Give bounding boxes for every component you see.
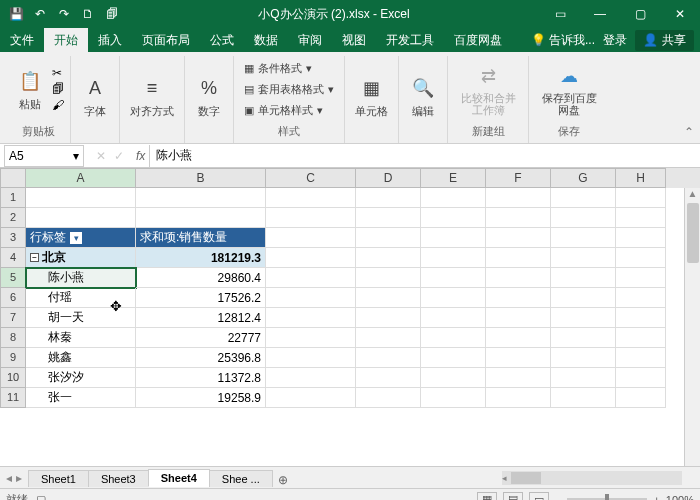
pivot-row-name[interactable]: 胡一天 — [26, 308, 136, 328]
redo-icon[interactable]: ↷ — [54, 4, 74, 24]
cell[interactable] — [616, 228, 666, 248]
cell[interactable] — [551, 308, 616, 328]
name-box[interactable]: A5▾ — [4, 145, 84, 167]
cell[interactable] — [421, 328, 486, 348]
sheet-nav-prev-icon[interactable]: ◂ — [6, 471, 12, 485]
cell[interactable] — [486, 248, 551, 268]
col-header-b[interactable]: B — [136, 168, 266, 188]
col-header-c[interactable]: C — [266, 168, 356, 188]
pivot-row-name[interactable]: 张一 — [26, 388, 136, 408]
cell[interactable] — [421, 228, 486, 248]
cell[interactable] — [266, 348, 356, 368]
close-icon[interactable]: ✕ — [660, 0, 700, 28]
pivot-row-name[interactable]: 陈小燕 — [26, 268, 136, 288]
sheet-nav-next-icon[interactable]: ▸ — [16, 471, 22, 485]
cell[interactable] — [421, 208, 486, 228]
view-page-break-icon[interactable]: ▭ — [529, 492, 549, 501]
cell[interactable] — [356, 208, 421, 228]
tab-view[interactable]: 视图 — [332, 28, 376, 52]
cell[interactable] — [616, 328, 666, 348]
scrollbar-thumb[interactable] — [687, 203, 699, 263]
cell[interactable] — [421, 348, 486, 368]
cell[interactable] — [551, 328, 616, 348]
cell[interactable] — [356, 288, 421, 308]
copy-icon[interactable]: 🗐 — [52, 82, 64, 96]
tab-page-layout[interactable]: 页面布局 — [132, 28, 200, 52]
cell[interactable] — [136, 188, 266, 208]
cell[interactable] — [551, 248, 616, 268]
tab-formulas[interactable]: 公式 — [200, 28, 244, 52]
cell[interactable] — [266, 228, 356, 248]
tab-developer[interactable]: 开发工具 — [376, 28, 444, 52]
col-header-h[interactable]: H — [616, 168, 666, 188]
enter-formula-icon[interactable]: ✓ — [114, 149, 124, 163]
sheet-tab-sheet3[interactable]: Sheet3 — [88, 470, 149, 487]
cell[interactable] — [551, 388, 616, 408]
pivot-row-name[interactable]: 付瑶 — [26, 288, 136, 308]
chevron-down-icon[interactable]: ▾ — [73, 149, 79, 163]
paste-button[interactable]: 📋 粘贴 — [12, 65, 48, 114]
cell[interactable] — [616, 368, 666, 388]
tab-data[interactable]: 数据 — [244, 28, 288, 52]
number-button[interactable]: % 数字 — [191, 72, 227, 121]
format-painter-icon[interactable]: 🖌 — [52, 98, 64, 112]
cancel-formula-icon[interactable]: ✕ — [96, 149, 106, 163]
font-button[interactable]: A 字体 — [77, 72, 113, 121]
tab-review[interactable]: 审阅 — [288, 28, 332, 52]
cell[interactable] — [266, 288, 356, 308]
pivot-row-value[interactable]: 29860.4 — [136, 268, 266, 288]
sheet-tab-sheet4[interactable]: Sheet4 — [148, 469, 210, 487]
row-header[interactable]: 8 — [0, 328, 26, 348]
fx-icon[interactable]: fx — [132, 149, 149, 163]
row-header[interactable]: 5 — [0, 268, 26, 288]
collapse-icon[interactable]: − — [30, 253, 39, 262]
row-header[interactable]: 6 — [0, 288, 26, 308]
cell[interactable] — [266, 208, 356, 228]
vertical-scrollbar[interactable]: ▲ — [684, 188, 700, 466]
cell[interactable] — [356, 328, 421, 348]
cells-button[interactable]: ▦ 单元格 — [351, 72, 392, 121]
row-header[interactable]: 2 — [0, 208, 26, 228]
cell[interactable] — [486, 328, 551, 348]
pivot-row-name[interactable]: 张汐汐 — [26, 368, 136, 388]
login-link[interactable]: 登录 — [603, 32, 627, 49]
minimize-icon[interactable]: — — [580, 0, 620, 28]
cell[interactable] — [486, 188, 551, 208]
table-format-button[interactable]: ▤ 套用表格格式 ▾ — [240, 81, 338, 98]
cell[interactable] — [266, 328, 356, 348]
cell[interactable] — [551, 188, 616, 208]
cell[interactable] — [486, 368, 551, 388]
add-sheet-button[interactable]: ⊕ — [272, 473, 294, 487]
cell[interactable] — [551, 208, 616, 228]
row-header[interactable]: 1 — [0, 188, 26, 208]
pivot-row-value[interactable]: 25396.8 — [136, 348, 266, 368]
cell[interactable] — [26, 188, 136, 208]
col-header-e[interactable]: E — [421, 168, 486, 188]
pivot-row-name[interactable]: 姚鑫 — [26, 348, 136, 368]
ribbon-options-icon[interactable]: ▭ — [540, 0, 580, 28]
cell[interactable] — [551, 268, 616, 288]
cell[interactable] — [356, 308, 421, 328]
cell[interactable] — [26, 208, 136, 228]
undo-icon[interactable]: ↶ — [30, 4, 50, 24]
scroll-up-icon[interactable]: ▲ — [688, 188, 698, 199]
zoom-level[interactable]: 100% — [666, 494, 694, 501]
cell[interactable] — [266, 188, 356, 208]
macro-record-icon[interactable]: ▢ — [36, 493, 46, 500]
cell[interactable] — [266, 248, 356, 268]
cell[interactable] — [421, 188, 486, 208]
editing-button[interactable]: 🔍 编辑 — [405, 72, 441, 121]
cell[interactable] — [616, 208, 666, 228]
worksheet-grid[interactable]: A B C D E F G H 123行标签▾求和项:销售数量4−北京18121… — [0, 168, 700, 466]
cell[interactable] — [616, 308, 666, 328]
maximize-icon[interactable]: ▢ — [620, 0, 660, 28]
col-header-f[interactable]: F — [486, 168, 551, 188]
cell[interactable] — [616, 188, 666, 208]
view-page-layout-icon[interactable]: ▤ — [503, 492, 523, 501]
cell[interactable] — [421, 308, 486, 328]
col-header-a[interactable]: A — [26, 168, 136, 188]
formula-input[interactable]: 陈小燕 — [149, 145, 700, 167]
cell[interactable] — [356, 188, 421, 208]
cell[interactable] — [616, 288, 666, 308]
save-icon[interactable]: 💾 — [6, 4, 26, 24]
